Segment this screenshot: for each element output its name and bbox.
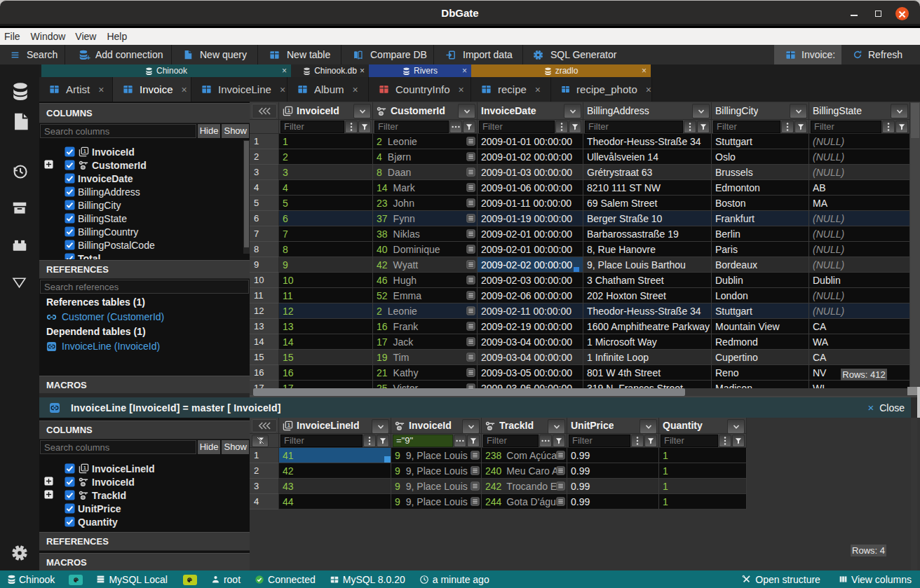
svg-text:1: 1 xyxy=(83,148,86,154)
svg-text:1: 1 xyxy=(288,107,290,114)
svg-text:1: 1 xyxy=(83,465,86,471)
svg-text:1: 1 xyxy=(288,422,290,428)
